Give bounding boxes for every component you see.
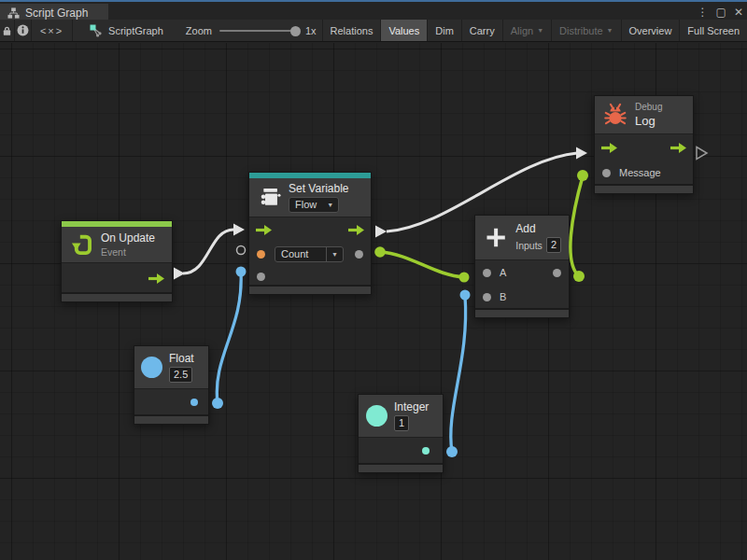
zoom-slider[interactable] bbox=[219, 30, 298, 32]
node-title: Float bbox=[169, 352, 194, 365]
node-footer bbox=[134, 414, 208, 424]
toolbar-button-carry[interactable]: Carry bbox=[462, 20, 503, 41]
input-b-label: B bbox=[500, 291, 506, 302]
chevron-down-icon: ▼ bbox=[537, 27, 543, 34]
toolbar-button-fullscreen[interactable]: Full Screen bbox=[680, 20, 747, 41]
flow-output-port[interactable] bbox=[670, 143, 686, 153]
titlebar: Script Graph ⋮ ▢ ✕ bbox=[0, 0, 747, 20]
info-icon bbox=[17, 24, 29, 36]
tab-title: Script Graph bbox=[25, 7, 88, 20]
lock-icon bbox=[2, 25, 12, 36]
loop-icon bbox=[69, 232, 94, 258]
node-footer bbox=[475, 308, 569, 317]
close-icon[interactable]: ✕ bbox=[734, 5, 743, 20]
fallback-input-port[interactable] bbox=[257, 273, 265, 281]
flow-output-port[interactable] bbox=[148, 273, 164, 284]
graph-hierarchy-icon bbox=[7, 7, 20, 19]
node-category: Debug bbox=[635, 102, 662, 112]
script-graph-icon bbox=[90, 24, 103, 37]
input-a-port[interactable] bbox=[483, 269, 491, 277]
plus-icon bbox=[483, 224, 509, 251]
variable-icon bbox=[257, 185, 282, 210]
lock-button[interactable] bbox=[0, 20, 15, 41]
node-set-variable[interactable]: Set Variable Flow ▼ Count ▼ bbox=[248, 172, 372, 295]
inputs-label: Inputs bbox=[515, 240, 543, 251]
variable-name-dropdown[interactable]: Count ▼ bbox=[275, 246, 344, 262]
node-add[interactable]: Add Inputs 2 A B bbox=[474, 215, 570, 318]
script-graph-window: Script Graph ⋮ ▢ ✕ <×> bbox=[0, 0, 747, 560]
integer-output-port[interactable] bbox=[422, 447, 430, 455]
toolbar: <×> ScriptGraph Zoom 1x Relations Values… bbox=[0, 20, 747, 42]
node-subtitle: Event bbox=[101, 246, 155, 258]
toolbar-button-values[interactable]: Values bbox=[381, 20, 428, 41]
inspect-button[interactable] bbox=[15, 20, 32, 41]
zoom-label: Zoom bbox=[186, 25, 212, 36]
window-menu-icon[interactable]: ⋮ bbox=[698, 5, 709, 20]
float-value-field[interactable]: 2.5 bbox=[169, 367, 192, 383]
toolbar-button-relations[interactable]: Relations bbox=[322, 20, 382, 41]
chevron-down-icon: ▼ bbox=[607, 27, 613, 34]
value-input-port[interactable] bbox=[257, 250, 265, 259]
toolbar-button-dim[interactable]: Dim bbox=[428, 20, 462, 41]
maximize-icon[interactable]: ▢ bbox=[716, 5, 726, 20]
toolbar-button-overview[interactable]: Overview bbox=[622, 20, 681, 41]
flow-input-port[interactable] bbox=[601, 143, 617, 153]
node-title: Add bbox=[515, 222, 561, 235]
chevron-down-icon: ▼ bbox=[326, 247, 343, 261]
toolbar-button-distribute[interactable]: Distribute▼ bbox=[552, 20, 621, 41]
float-type-icon bbox=[141, 357, 162, 378]
node-integer[interactable]: Integer 1 bbox=[358, 394, 444, 473]
input-b-port[interactable] bbox=[483, 293, 491, 301]
graph-breadcrumb[interactable]: ScriptGraph bbox=[80, 20, 173, 41]
integer-type-icon bbox=[366, 405, 388, 427]
node-footer bbox=[249, 285, 371, 294]
chevron-down-icon: ▼ bbox=[322, 198, 338, 212]
node-title: Set Variable bbox=[289, 182, 348, 195]
graph-breadcrumb-label: ScriptGraph bbox=[108, 25, 163, 36]
node-title: Integer bbox=[394, 400, 429, 413]
message-label: Message bbox=[619, 167, 661, 178]
node-footer bbox=[62, 292, 172, 301]
variable-kind-dropdown[interactable]: Flow ▼ bbox=[289, 197, 339, 213]
flow-output-port[interactable] bbox=[348, 225, 364, 235]
integer-value-field[interactable]: 1 bbox=[394, 415, 409, 431]
float-output-port[interactable] bbox=[190, 399, 198, 406]
value-output-port[interactable] bbox=[355, 250, 363, 259]
input-a-label: A bbox=[500, 267, 506, 278]
zoom-value: 1x bbox=[305, 25, 317, 36]
inputs-count-field[interactable]: 2 bbox=[546, 237, 561, 253]
message-input-port[interactable] bbox=[602, 169, 611, 177]
node-on-update[interactable]: On Update Event bbox=[61, 220, 173, 302]
node-footer bbox=[359, 463, 443, 472]
node-debug-log[interactable]: Debug Log Message bbox=[594, 95, 694, 194]
flow-input-port[interactable] bbox=[256, 225, 272, 235]
clear-button[interactable]: <×> bbox=[32, 20, 73, 41]
angle-brackets-x-icon: <×> bbox=[40, 25, 63, 36]
sum-output-port[interactable] bbox=[553, 269, 561, 277]
node-footer bbox=[595, 184, 693, 193]
bug-icon bbox=[602, 102, 628, 128]
toolbar-button-align[interactable]: Align▼ bbox=[503, 20, 552, 41]
node-title: Log bbox=[635, 114, 662, 128]
node-title: On Update bbox=[101, 231, 155, 245]
zoom-slider-handle[interactable] bbox=[290, 26, 301, 36]
node-float[interactable]: Float 2.5 bbox=[134, 345, 209, 425]
